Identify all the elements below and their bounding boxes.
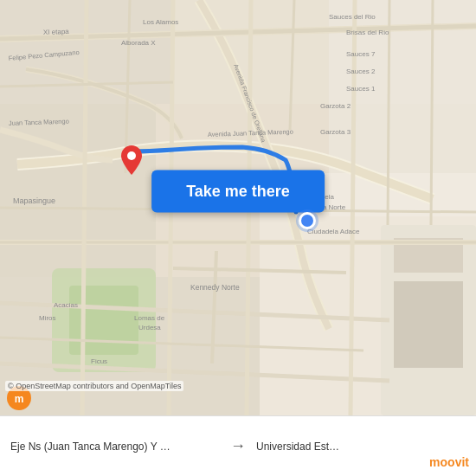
svg-text:Urdesa: Urdesa xyxy=(138,324,161,331)
origin-label: Eje Ns (Juan Tanca Marengo) Y … xyxy=(10,441,218,453)
svg-rect-11 xyxy=(394,281,463,368)
svg-text:Sauces 1: Sauces 1 xyxy=(346,85,376,93)
svg-text:Garzota 2: Garzota 2 xyxy=(320,102,351,110)
bottom-destination: Universidad Est… xyxy=(256,441,466,453)
bottom-origin: Eje Ns (Juan Tanca Marengo) Y … xyxy=(10,441,220,453)
map-attribution: © OpenStreetMap contributors and OpenMap… xyxy=(5,381,183,391)
take-me-there-button[interactable]: Take me there xyxy=(151,170,325,212)
svg-line-26 xyxy=(431,0,433,225)
svg-rect-3 xyxy=(0,104,156,277)
svg-text:Kennedy Norte: Kennedy Norte xyxy=(190,283,240,292)
svg-text:Alborada X: Alborada X xyxy=(121,39,156,47)
svg-text:m: m xyxy=(15,393,24,405)
destination-label: Universidad Est… xyxy=(256,441,429,453)
bottom-bar: Eje Ns (Juan Tanca Marengo) Y … → Univer… xyxy=(0,415,476,476)
moovit-logo: moovit xyxy=(429,455,469,469)
app: XI etapa Los Alamos Sauces del Rio Brisa… xyxy=(0,0,476,476)
map-area: XI etapa Los Alamos Sauces del Rio Brisa… xyxy=(0,0,476,415)
svg-text:Ficus: Ficus xyxy=(91,357,107,365)
svg-text:Sauces 7: Sauces 7 xyxy=(346,50,376,58)
moovit-brand-text: moovit xyxy=(429,455,469,469)
svg-text:Los Alamos: Los Alamos xyxy=(143,18,178,26)
svg-text:Ciudadela Adace: Ciudadela Adace xyxy=(307,228,360,235)
svg-text:XI etapa: XI etapa xyxy=(43,28,70,36)
svg-text:Lomas de: Lomas de xyxy=(134,314,165,322)
svg-text:Miros: Miros xyxy=(39,314,56,322)
svg-text:Acacias: Acacias xyxy=(54,301,78,309)
svg-point-57 xyxy=(127,151,136,160)
svg-text:Brisas del Rio: Brisas del Rio xyxy=(346,29,389,36)
current-location-marker xyxy=(299,212,316,229)
svg-text:Sauces del Rio: Sauces del Rio xyxy=(329,13,376,21)
svg-text:Sauces 2: Sauces 2 xyxy=(346,68,376,75)
arrow-icon: → xyxy=(220,437,256,455)
svg-rect-8 xyxy=(69,286,138,355)
svg-text:Mapasingue: Mapasingue xyxy=(13,196,55,205)
svg-text:Garzota 3: Garzota 3 xyxy=(320,128,351,136)
destination-marker xyxy=(121,145,142,173)
